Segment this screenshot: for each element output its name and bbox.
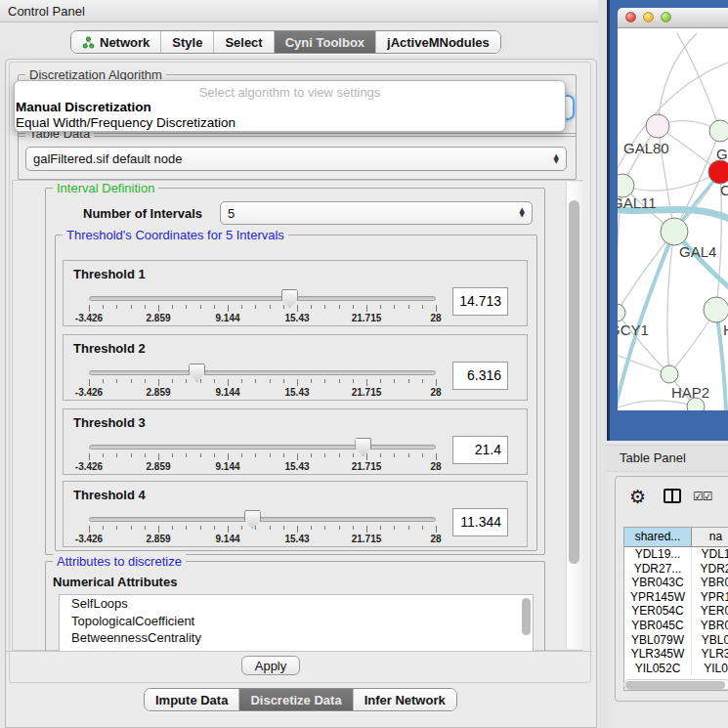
tick-mark [116, 526, 117, 530]
tick-mark [116, 379, 117, 383]
minimize-window-icon[interactable] [643, 12, 654, 22]
cell-name[interactable]: YDR2 [692, 562, 728, 577]
vertical-scrollbar-thumb[interactable] [569, 200, 579, 564]
list-item-topologicalcoefficient[interactable]: TopologicalCoefficient [60, 613, 533, 630]
cell-name[interactable]: YER0 [692, 604, 728, 619]
list-item-selfloops[interactable]: SelfLoops [60, 595, 533, 613]
tick-mark [270, 453, 271, 457]
thresholds-group-title: Threshold's Coordinates for 5 Intervals [63, 228, 288, 242]
cell-shared-name[interactable]: YLR345W [624, 647, 692, 662]
network-node-gal80[interactable] [646, 114, 669, 138]
cell-name[interactable]: YBR0 [692, 619, 728, 633]
tick-mark [311, 379, 312, 383]
tick-mark [380, 379, 381, 383]
gear-icon[interactable]: ⚙ [629, 486, 646, 507]
tick-mark [283, 453, 284, 457]
cell-shared-name[interactable]: YDR27... [624, 562, 692, 577]
cell-name[interactable]: YBR0 [692, 576, 728, 590]
cell-name[interactable]: YPR1 [692, 590, 728, 605]
column-header-name[interactable]: na [692, 528, 728, 546]
apply-button[interactable]: Apply [241, 656, 300, 675]
tab-discretize-data[interactable]: Discretize Data [239, 689, 353, 710]
slider-track[interactable] [89, 517, 436, 522]
table-row[interactable]: YBR045CYBR0 [624, 619, 728, 633]
cell-shared-name[interactable]: YBR045C [624, 619, 692, 633]
table-row[interactable]: YIL052CYIL0 [624, 662, 728, 676]
vertical-scrollbar[interactable] [566, 182, 582, 649]
cell-shared-name[interactable]: YPR145W [624, 590, 692, 605]
network-window-titlebar[interactable] [618, 8, 728, 28]
threshold-value-field[interactable]: 14.713 [452, 287, 508, 316]
tick-label: 21.715 [352, 534, 382, 544]
tab-cyni-toolbox[interactable]: Cyni Toolbox [275, 31, 376, 53]
tick-mark [200, 305, 201, 309]
tick-mark [241, 379, 242, 383]
tick-mark [408, 305, 409, 309]
list-scrollbar-thumb[interactable] [522, 598, 531, 635]
cell-shared-name[interactable]: YIL052C [624, 662, 692, 676]
algorithm-placeholder-option[interactable]: Select algorithm to view settings [15, 85, 565, 100]
table-data-combo[interactable]: galFiltered.sif default node ▲▼ [25, 147, 567, 171]
threshold-value-field[interactable]: 21.4 [452, 436, 508, 464]
cell-name[interactable]: YIL0 [692, 662, 728, 676]
table-row[interactable]: YPR145WYPR1 [624, 590, 728, 605]
threshold-value-field[interactable]: 6.316 [452, 362, 508, 390]
cell-name[interactable]: YDL1 [692, 547, 728, 562]
network-node-gal4[interactable] [661, 218, 688, 245]
network-node-h[interactable] [704, 297, 728, 322]
panel-divider[interactable] [598, 0, 607, 728]
column-header-shared-name[interactable]: shared... [624, 528, 692, 546]
list-item-betweennesscentrality[interactable]: BetweennessCentrality [60, 629, 533, 647]
tick-mark [422, 305, 423, 309]
tab-jactivemnodules[interactable]: jActiveMNodules [376, 31, 500, 53]
network-node[interactable] [709, 120, 728, 142]
tick-mark [324, 453, 325, 457]
tab-label: Discretize Data [250, 693, 341, 707]
zoom-window-icon[interactable] [661, 12, 671, 22]
bottom-tab-bar: Impute DataDiscretize DataInfer Network [144, 688, 457, 711]
network-canvas[interactable]: GAL80GACGAL11GAL4GCY1HHAP2 [607, 0, 728, 441]
columns-icon[interactable] [664, 489, 681, 503]
table-row[interactable]: YBR043CYBR0 [624, 576, 728, 590]
horizontal-scrollbar-thumb[interactable] [625, 681, 725, 689]
tick-mark [172, 305, 173, 309]
tab-impute-data[interactable]: Impute Data [145, 689, 239, 710]
cell-name[interactable]: YLR3 [692, 647, 728, 662]
close-window-icon[interactable] [625, 12, 636, 22]
table-row[interactable]: YDR27...YDR2 [624, 562, 728, 577]
network-node[interactable] [708, 160, 728, 184]
tick-label: 28 [430, 534, 441, 544]
number-of-intervals-combo[interactable]: 5 ▲▼ [220, 201, 533, 225]
node-label: GA [716, 146, 728, 162]
tick-mark [422, 526, 423, 530]
cell-name[interactable]: YBL0 [692, 633, 728, 648]
select-columns-checkboxes-icon[interactable]: ☑☑ [693, 490, 712, 503]
tick-mark [255, 526, 256, 530]
cell-shared-name[interactable]: YBR043C [624, 576, 692, 590]
cell-shared-name[interactable]: YBL079W [624, 633, 692, 648]
horizontal-scrollbar[interactable] [623, 679, 728, 690]
slider-track[interactable] [89, 370, 436, 375]
table-row[interactable]: YER054CYER0 [624, 604, 728, 619]
threshold-value-field[interactable]: 11.344 [452, 508, 508, 536]
cell-shared-name[interactable]: YDL19... [624, 547, 692, 562]
tick-mark [228, 453, 229, 460]
tab-infer-network[interactable]: Infer Network [354, 689, 456, 710]
popup-item-equal-width-frequency[interactable]: Equal Width/Frequency Discretization [16, 115, 236, 130]
network-node-hap2[interactable] [661, 365, 678, 383]
table-row[interactable]: YLR345WYLR3 [624, 647, 728, 662]
tab-network[interactable]: Network [71, 31, 161, 53]
slider-track[interactable] [89, 296, 436, 301]
numerical-attributes-list[interactable]: SelfLoopsTopologicalCoefficientBetweenne… [59, 594, 534, 652]
tick-mark [172, 379, 173, 383]
network-node-gcy1[interactable] [608, 304, 625, 321]
tab-select[interactable]: Select [214, 31, 274, 53]
node-label: GAL4 [679, 243, 716, 260]
table-row[interactable]: YBL079WYBL0 [624, 633, 728, 648]
tick-mark [283, 305, 284, 309]
slider-track[interactable] [89, 445, 436, 450]
table-row[interactable]: YDL19...YDL1 [624, 547, 728, 562]
popup-item-manual-discretization[interactable]: Manual Discretization [16, 100, 151, 114]
tab-style[interactable]: Style [161, 31, 214, 53]
cell-shared-name[interactable]: YER054C [624, 604, 692, 619]
